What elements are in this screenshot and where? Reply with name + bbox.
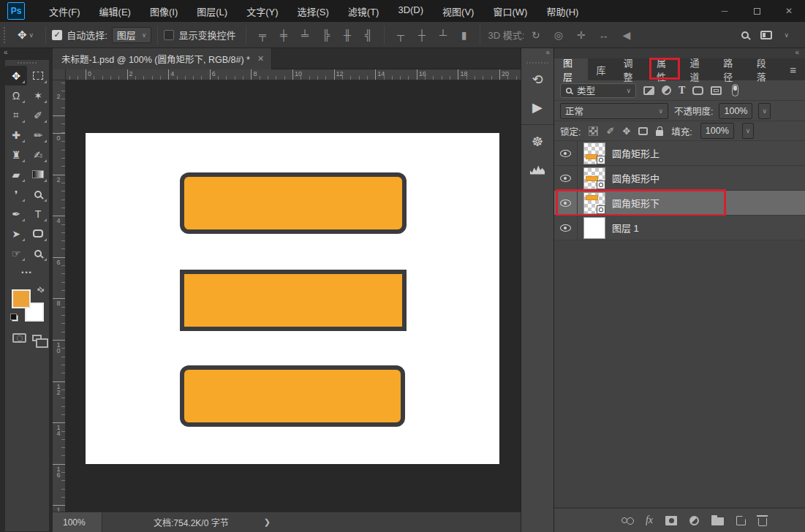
- menu-item-9[interactable]: 窗口(W): [485, 1, 535, 21]
- layer-style-fx-icon[interactable]: fx: [646, 514, 653, 526]
- pen-tool[interactable]: ✒: [5, 204, 27, 224]
- lasso-tool[interactable]: Ω: [5, 86, 27, 105]
- 3d-rotate-icon[interactable]: ↻: [530, 29, 541, 41]
- rounded-rect-top[interactable]: [180, 172, 407, 234]
- layer-thumbnail[interactable]: [583, 167, 605, 189]
- layer-thumbnail[interactable]: [583, 142, 605, 164]
- edit-toolbar-button[interactable]: •••: [5, 263, 49, 278]
- quick-mask-icon[interactable]: [12, 333, 26, 343]
- panel-tab-1[interactable]: 库: [588, 58, 615, 80]
- actions-panel-icon[interactable]: ▶: [521, 94, 553, 121]
- menu-item-0[interactable]: 文件(F): [41, 1, 88, 21]
- rectangular-marquee-tool[interactable]: [27, 66, 49, 86]
- panel-tab-5[interactable]: 路径: [714, 58, 748, 80]
- opacity-chevron[interactable]: ∨: [758, 103, 771, 119]
- blur-tool[interactable]: ❜: [5, 184, 27, 204]
- screen-mode-icon[interactable]: [32, 335, 42, 341]
- vertical-ruler[interactable]: 202468101214161: [53, 80, 66, 512]
- layer-row[interactable]: 图层 1: [554, 216, 805, 240]
- horizontal-ruler[interactable]: 02468101214161820: [66, 69, 521, 80]
- opacity-field[interactable]: 100%: [719, 103, 752, 119]
- eyedropper-tool[interactable]: ✐: [27, 105, 49, 125]
- zoom-level-field[interactable]: 100%: [53, 512, 102, 532]
- menu-item-4[interactable]: 文字(Y): [238, 1, 286, 21]
- align-left-edges-icon[interactable]: ╠: [320, 29, 331, 41]
- status-options-chevron-icon[interactable]: ❯: [264, 517, 271, 527]
- distribute-top-edges-icon[interactable]: ┬: [395, 29, 406, 41]
- 3d-roll-icon[interactable]: ◎: [553, 29, 564, 41]
- brush-tool[interactable]: ✏: [27, 125, 49, 145]
- delete-layer-icon[interactable]: [758, 515, 767, 526]
- auto-select-dropdown[interactable]: 图层 ∨: [112, 27, 152, 43]
- magic-wand-tool[interactable]: ✶: [27, 86, 49, 105]
- add-mask-icon[interactable]: [665, 516, 677, 525]
- filter-adjustment-layers-icon[interactable]: [662, 86, 671, 95]
- rounded-rect-bottom[interactable]: [180, 365, 405, 427]
- distribute-bottom-edges-icon[interactable]: ┴: [437, 29, 448, 41]
- new-group-icon[interactable]: [711, 515, 724, 525]
- lock-transparency-icon[interactable]: [589, 126, 598, 136]
- dock-drag-handle[interactable]: [521, 59, 553, 66]
- default-colors-icon[interactable]: [10, 314, 18, 322]
- panel-tab-3[interactable]: 属性: [648, 58, 681, 80]
- menu-item-10[interactable]: 帮助(H): [538, 1, 586, 21]
- filter-shape-layers-icon[interactable]: [692, 86, 703, 95]
- align-horizontal-centers-icon[interactable]: ╫: [341, 29, 352, 41]
- maximize-button[interactable]: [741, 0, 773, 22]
- minimize-button[interactable]: ─: [708, 0, 741, 22]
- swap-colors-icon[interactable]: ⇄: [35, 284, 47, 296]
- filter-type-dropdown[interactable]: 类型 ∨: [560, 83, 636, 98]
- panel-menu-icon[interactable]: ≡: [781, 58, 805, 80]
- workspace-chevron-icon[interactable]: ∨: [784, 31, 789, 39]
- path-selection-tool[interactable]: ➤: [5, 224, 27, 243]
- history-brush-tool[interactable]: ✍: [27, 145, 49, 164]
- filter-pixel-layers-icon[interactable]: [643, 86, 654, 95]
- layer-thumbnail[interactable]: [583, 192, 605, 214]
- show-transform-checkbox[interactable]: [164, 30, 174, 40]
- filter-smart-objects-icon[interactable]: [711, 86, 722, 95]
- align-bottom-edges-icon[interactable]: ╧: [299, 29, 310, 41]
- type-tool[interactable]: T: [27, 204, 49, 224]
- menu-item-8[interactable]: 视图(V): [434, 1, 482, 21]
- menu-item-2[interactable]: 图像(I): [142, 1, 186, 21]
- menu-item-3[interactable]: 图层(L): [189, 1, 235, 21]
- toolbar-drag-handle[interactable]: [5, 60, 49, 66]
- zoom-tool[interactable]: [27, 243, 49, 263]
- new-layer-icon[interactable]: [736, 516, 746, 525]
- filter-toggle-icon[interactable]: [732, 84, 738, 96]
- panel-tab-2[interactable]: 调整: [615, 58, 649, 80]
- close-button[interactable]: ✕: [773, 0, 805, 22]
- clone-stamp-tool[interactable]: ♜: [5, 145, 27, 164]
- workspace-icon[interactable]: [760, 31, 772, 39]
- blend-mode-dropdown[interactable]: 正常 ∨: [560, 103, 668, 119]
- 3d-camera-icon[interactable]: ◀: [621, 29, 632, 41]
- histogram-panel-icon[interactable]: [521, 156, 553, 183]
- toolbar-collapse-button[interactable]: «: [0, 48, 53, 59]
- visibility-toggle[interactable]: [554, 191, 578, 215]
- hand-tool[interactable]: ☞: [5, 243, 27, 263]
- panel-tab-0[interactable]: 图层: [554, 58, 588, 80]
- foreground-swatch[interactable]: [12, 289, 31, 308]
- document-tab[interactable]: 未标题-1.psd @ 100% (圆角矩形下, RGB/8#) * ✕: [53, 48, 272, 69]
- gradient-tool[interactable]: [27, 164, 49, 184]
- visibility-toggle[interactable]: [554, 141, 578, 165]
- distribute-vertical-centers-icon[interactable]: ┼: [416, 29, 427, 41]
- panel-tab-6[interactable]: 段落: [748, 58, 782, 80]
- layer-row[interactable]: 圆角矩形中: [554, 166, 805, 191]
- healing-brush-tool[interactable]: ✚: [5, 125, 27, 145]
- visibility-toggle[interactable]: [554, 216, 578, 240]
- lock-paint-icon[interactable]: ✐: [606, 126, 614, 137]
- filter-type-layers-icon[interactable]: T: [679, 85, 685, 96]
- layer-row[interactable]: 圆角矩形下: [554, 191, 805, 216]
- align-right-edges-icon[interactable]: ╣: [363, 29, 374, 41]
- menu-item-7[interactable]: 3D(D): [390, 1, 431, 21]
- crop-tool[interactable]: ⌗: [5, 105, 27, 125]
- fill-field[interactable]: 100%: [700, 123, 734, 139]
- menu-item-5[interactable]: 选择(S): [289, 1, 336, 21]
- 3d-slide-icon[interactable]: ↔: [598, 29, 609, 41]
- distribute-spacing-icon[interactable]: ▮: [458, 29, 469, 41]
- fill-chevron[interactable]: ∨: [742, 123, 755, 139]
- shape-tool[interactable]: [27, 224, 49, 243]
- dodge-tool[interactable]: [27, 184, 49, 204]
- lock-all-icon[interactable]: [656, 130, 663, 136]
